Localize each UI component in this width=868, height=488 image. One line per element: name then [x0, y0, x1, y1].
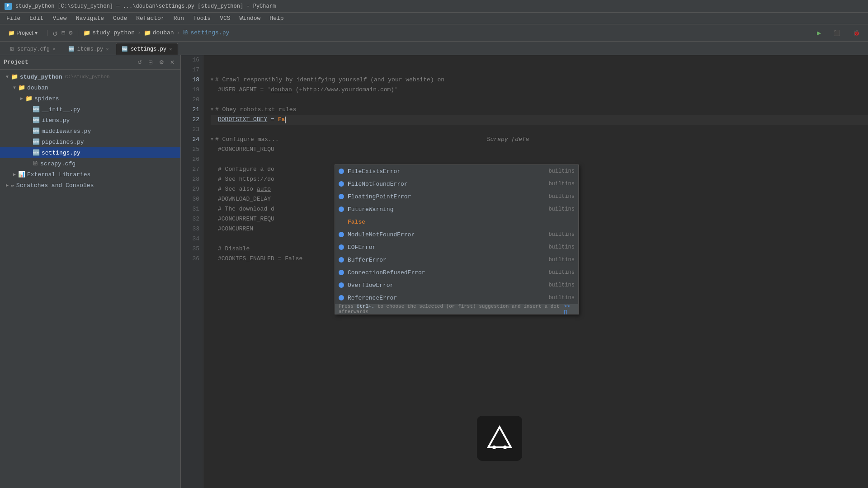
project-button[interactable]: 📁 Project ▾	[4, 28, 42, 38]
douban-folder-icon: 📁	[144, 29, 151, 37]
tabbar: 🖹 scrapy.cfg ✕ 🆕 items.py ✕ 🆕 settings.p…	[0, 42, 868, 55]
code-line-19: #USER_AGENT = 'douban (+http://www.yourd…	[211, 85, 868, 95]
sidebar-close-btn[interactable]: ✕	[168, 58, 177, 67]
project-label: 📁 Project ▾	[8, 30, 38, 36]
breadcrumb-file[interactable]: settings.py	[190, 29, 229, 36]
svg-point-2	[492, 446, 496, 449]
tree-item-init[interactable]: 🆕 __init__.py	[0, 104, 180, 115]
python-icon-items: 🆕	[33, 117, 40, 124]
run-button[interactable]: ▶	[812, 28, 826, 38]
menu-item-navigate[interactable]: Navigate	[71, 14, 108, 23]
menu-item-tools[interactable]: Tools	[189, 14, 215, 23]
ac-item-eof-error[interactable]: EOFError builtins	[335, 241, 578, 253]
ac-item-overflow-error[interactable]: OverflowError builtins	[335, 279, 578, 291]
tab-settings-py[interactable]: 🆕 settings.py ✕	[116, 43, 178, 55]
ac-item-buffer-error[interactable]: BufferError builtins	[335, 253, 578, 266]
collapse-icon[interactable]: ⊟	[61, 29, 65, 37]
sidebar-sync-btn[interactable]: ↺	[135, 58, 144, 67]
ac-item-false[interactable]: False	[335, 216, 578, 228]
menu-item-file[interactable]: File	[2, 14, 25, 23]
code-line-23	[211, 125, 868, 135]
tree-label-study-python: study_python	[20, 74, 62, 80]
sidebar-settings-btn[interactable]: ⚙	[157, 58, 166, 67]
expand-arrow-external: ▶	[11, 172, 18, 177]
menu-item-code[interactable]: Code	[108, 14, 132, 23]
file-tree: ▼ 📁 study_python C:\study_python ▼ 📁 dou…	[0, 70, 180, 488]
ac-source-floating-point-error: builtins	[548, 193, 575, 200]
ac-dot-module-not-found-error	[339, 232, 344, 237]
python-icon-pipelines: 🆕	[33, 138, 40, 145]
tree-item-douban[interactable]: ▼ 📁 douban	[0, 82, 180, 93]
settings-py-icon: 🆕	[122, 46, 128, 52]
fold-icon-18[interactable]: ▼	[211, 75, 213, 85]
tab-settings-py-label: settings.py	[131, 46, 166, 52]
ac-item-file-exists-error[interactable]: FileExistsError builtins	[335, 165, 578, 178]
menu-item-help[interactable]: Help	[265, 14, 288, 23]
sidebar-collapse-btn[interactable]: ⊟	[146, 58, 155, 67]
ac-dot-future-warning	[339, 206, 344, 212]
tree-item-scratches[interactable]: ▶ ✏ Scratches and Consoles	[0, 180, 180, 191]
scratches-icon: ✏	[11, 182, 14, 189]
tree-label-scrapy-cfg: scrapy.cfg	[40, 160, 75, 167]
tab-scrapy-cfg[interactable]: 🖹 scrapy.cfg ✕	[4, 43, 61, 55]
code-line-22: ROBOTSTXT_OBEY = Fa	[211, 115, 868, 125]
ac-source-module-not-found-error: builtins	[548, 231, 575, 238]
line-numbers: 16 17 18 19 20 21 22 23 24 25 26 27 28 2…	[181, 55, 203, 488]
tab-scrapy-cfg-label: scrapy.cfg	[17, 46, 50, 52]
close-scrapy-cfg[interactable]: ✕	[52, 46, 56, 52]
cursor	[285, 117, 286, 123]
tree-label-settings: settings.py	[42, 150, 80, 156]
ac-dot-reference-error	[339, 295, 344, 300]
tree-item-external-libs[interactable]: ▶ 📊 External Libraries	[0, 169, 180, 180]
menu-item-edit[interactable]: Edit	[25, 14, 48, 23]
tree-label-items: items.py	[42, 117, 70, 124]
breadcrumb-folder[interactable]: douban	[153, 29, 174, 36]
ac-item-connection-refused-error[interactable]: ConnectionRefusedError builtins	[335, 266, 578, 279]
tree-label-pipelines: pipelines.py	[42, 139, 84, 145]
close-settings-py[interactable]: ✕	[169, 46, 172, 52]
breadcrumb-root[interactable]: study_python	[92, 29, 135, 36]
ac-item-file-not-found-error[interactable]: FileNotFoundError builtins	[335, 178, 578, 190]
scrapy-cfg-icon: 🖹	[9, 46, 14, 52]
ac-name-reference-error: ReferenceError	[348, 295, 548, 301]
tree-item-middlewares[interactable]: 🆕 middlewares.py	[0, 126, 180, 136]
menu-item-view[interactable]: View	[48, 14, 71, 23]
tree-label-middlewares: middlewares.py	[42, 128, 91, 135]
editor-area[interactable]: 16 17 18 19 20 21 22 23 24 25 26 27 28 2…	[181, 55, 868, 488]
tree-item-pipelines[interactable]: 🆕 pipelines.py	[0, 136, 180, 147]
app-icon: P	[5, 3, 12, 10]
ac-name-false: False	[348, 219, 575, 225]
menu-item-run[interactable]: Run	[169, 14, 189, 23]
fold-icon-21[interactable]: ▼	[211, 105, 213, 115]
stop-button[interactable]: ⬛	[829, 28, 845, 38]
ac-source-overflow-error: builtins	[548, 282, 575, 288]
breadcrumb-file-icon: 🖹	[183, 29, 189, 36]
ac-source-future-warning: builtins	[548, 206, 575, 212]
settings-icon[interactable]: ⚙	[69, 29, 72, 37]
ac-footer-tip: Press Ctrl+. to choose the selected (or …	[339, 304, 564, 314]
fold-icon-24[interactable]: ▼	[211, 135, 213, 145]
autocomplete-dropdown[interactable]: FileExistsError builtins FileNotFoundErr…	[335, 164, 579, 314]
menu-item-vcs[interactable]: VCS	[215, 14, 235, 23]
tree-label-scratches: Scratches and Consoles	[16, 182, 94, 189]
expand-arrow-scratches: ▶	[4, 183, 11, 188]
ac-item-reference-error[interactable]: ReferenceError builtins	[335, 291, 578, 304]
tree-item-study-python[interactable]: ▼ 📁 study_python C:\study_python	[0, 71, 180, 82]
tree-item-items[interactable]: 🆕 items.py	[0, 115, 180, 126]
tab-items-py[interactable]: 🆕 items.py ✕	[62, 43, 115, 55]
tree-item-spiders[interactable]: ▶ 📁 spiders	[0, 93, 180, 104]
tree-item-scrapy-cfg[interactable]: 🖹 scrapy.cfg	[0, 158, 180, 169]
debug-button[interactable]: 🐞	[849, 28, 864, 38]
code-content[interactable]: ▼ # Crawl responsibly by identifying you…	[203, 55, 868, 488]
sync-icon[interactable]: ↺	[53, 28, 58, 38]
ac-item-floating-point-error[interactable]: FloatingPointError builtins	[335, 190, 578, 203]
ac-item-future-warning[interactable]: FutureWarning builtins	[335, 203, 578, 216]
close-items-py[interactable]: ✕	[106, 46, 109, 52]
sidebar-title: Project	[4, 59, 28, 66]
tree-item-settings[interactable]: 🆕 settings.py	[0, 147, 180, 158]
menu-item-refactor[interactable]: Refactor	[132, 14, 169, 23]
ac-item-module-not-found-error[interactable]: ModuleNotFoundError builtins	[335, 228, 578, 241]
python-icon-settings: 🆕	[33, 149, 40, 156]
menu-item-window[interactable]: Window	[235, 14, 265, 23]
folder-icon-study-python: 📁	[11, 73, 18, 80]
